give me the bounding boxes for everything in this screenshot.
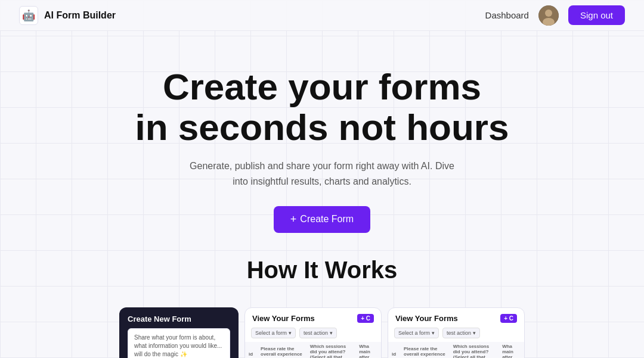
dashboard-link[interactable]: Dashboard xyxy=(485,10,529,20)
view-forms-card-1: View Your Forms + C Select a form ▾ test… xyxy=(244,307,382,358)
col-id-1: id xyxy=(245,342,257,358)
plus-icon: + xyxy=(290,213,297,226)
plus-badge-1[interactable]: + C xyxy=(357,314,374,323)
col-id-2: id xyxy=(388,342,400,358)
cards-row: Create New Form Share what your form is … xyxy=(0,307,644,358)
hero-subtitle: Generate, publish and share your form ri… xyxy=(182,158,462,189)
select-form-dropdown-2[interactable]: Select a form ▾ xyxy=(394,328,439,338)
select-row-2: Select a form ▾ test action ▾ xyxy=(388,328,524,342)
view-forms-card-2: View Your Forms + C Select a form ▾ test… xyxy=(388,307,525,358)
navbar-left: 🤖 AI Form Builder xyxy=(19,6,116,25)
col-extra-1: Wha main after ever xyxy=(355,342,381,358)
card-title: Create New Form xyxy=(128,315,230,323)
chevron-down-icon: ▾ xyxy=(289,330,292,336)
navbar-right: Dashboard Sign out xyxy=(485,5,625,26)
table-header-row-2: id Please rate the overall experience of… xyxy=(388,342,524,358)
app-logo: 🤖 xyxy=(19,6,38,25)
avatar-image xyxy=(538,5,559,26)
hero-title: Create your forms in seconds not hours xyxy=(12,67,632,148)
action-dropdown-2[interactable]: test action ▾ xyxy=(442,328,480,338)
card-header: Create New Form Share what your form is … xyxy=(119,307,239,358)
view-forms-title-1: View Your Forms xyxy=(252,314,315,323)
view-forms-title-2: View Your Forms xyxy=(395,314,458,323)
chevron-down-icon-4: ▾ xyxy=(473,330,476,336)
hero-section: Create your forms in seconds not hours G… xyxy=(0,31,644,251)
action-dropdown-1[interactable]: test action ▾ xyxy=(299,328,337,338)
chevron-down-icon-3: ▾ xyxy=(432,330,435,336)
col-extra-2: Wha main after ever xyxy=(499,342,524,358)
svg-point-1 xyxy=(545,10,552,17)
card-view-header-1: View Your Forms + C xyxy=(245,308,381,328)
chevron-down-icon-2: ▾ xyxy=(330,330,333,336)
select-form-dropdown-1[interactable]: Select a form ▾ xyxy=(251,328,296,338)
signout-button[interactable]: Sign out xyxy=(568,5,625,25)
avatar[interactable] xyxy=(538,5,559,26)
col-sessions-1: Which sessions did you attend? (Select a… xyxy=(306,342,355,358)
forms-table-1: id Please rate the overall experience of… xyxy=(245,342,381,358)
create-form-button[interactable]: + Create Form xyxy=(274,206,370,233)
avatar-svg xyxy=(538,5,559,26)
forms-table-2: id Please rate the overall experience of… xyxy=(388,342,524,358)
table-header-row-1: id Please rate the overall experience of… xyxy=(245,342,381,358)
col-rate-1: Please rate the overall experience of th… xyxy=(257,342,306,358)
navbar: 🤖 AI Form Builder Dashboard Sign out xyxy=(0,0,644,31)
create-form-card: Create New Form Share what your form is … xyxy=(119,307,239,358)
select-row-1: Select a form ▾ test action ▾ xyxy=(245,328,381,342)
col-rate-2: Please rate the overall experience of th… xyxy=(400,342,450,358)
col-sessions-2: Which sessions did you attend? (Select a… xyxy=(450,342,499,358)
form-description-input[interactable]: Share what your form is about, what info… xyxy=(128,328,230,358)
app-title: AI Form Builder xyxy=(44,10,116,21)
how-it-works-title: How It Works xyxy=(0,257,644,284)
plus-badge-2[interactable]: + C xyxy=(500,314,517,323)
card-view-header-2: View Your Forms + C xyxy=(388,308,524,328)
how-it-works-section: How It Works xyxy=(0,251,644,307)
